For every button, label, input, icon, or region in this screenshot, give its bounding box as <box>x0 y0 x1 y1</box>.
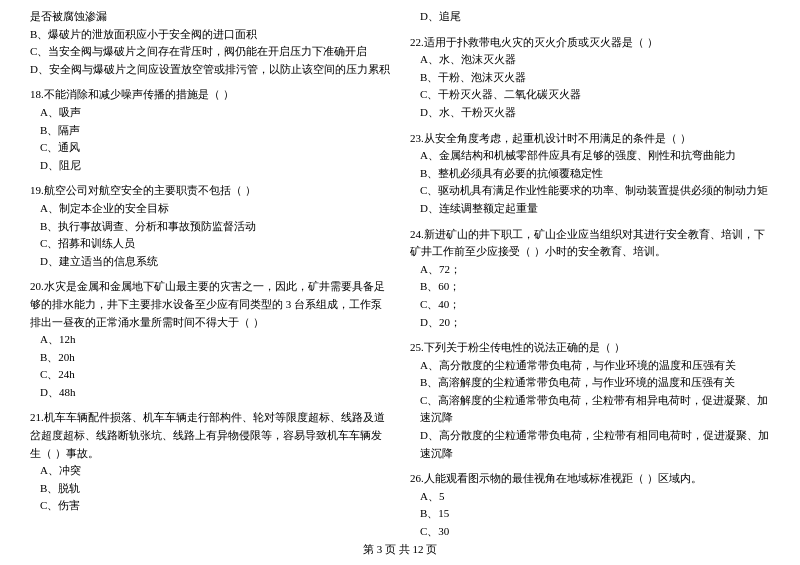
question-block: 19.航空公司对航空安全的主要职责不包括（ ）A、制定本企业的安全目标B、执行事… <box>30 182 390 270</box>
question-line: D、安全阀与爆破片之间应设置放空管或排污管，以防止该空间的压力累积 <box>30 61 390 79</box>
option-line: D、追尾 <box>410 8 770 26</box>
question-block: 20.水灾是金属和金属地下矿山最主要的灾害之一，因此，矿井需要具备足够的排水能力… <box>30 278 390 401</box>
option-text: A、高分散度的尘粒通常带负电荷，与作业环境的温度和压强有关 <box>410 357 770 375</box>
option-text: B、隔声 <box>30 122 390 140</box>
question-block: 24.新进矿山的井下职工，矿山企业应当组织对其进行安全教育、培训，下矿井工作前至… <box>410 226 770 332</box>
question-text: 25.下列关于粉尘传电性的说法正确的是（ ） <box>410 339 770 357</box>
option-text: B、15 <box>410 505 770 523</box>
option-text: A、冲突 <box>30 462 390 480</box>
option-text: A、5 <box>410 488 770 506</box>
option-text: D、高分散度的尘粒通常带负电荷，尘粒带有相同电荷时，促进凝聚、加速沉降 <box>410 427 770 462</box>
question-text: 18.不能消除和减少噪声传播的措施是（ ） <box>30 86 390 104</box>
option-text: C、干粉灭火器、二氧化碳灭火器 <box>410 86 770 104</box>
option-text: B、干粉、泡沫灭火器 <box>410 69 770 87</box>
option-text: C、招募和训练人员 <box>30 235 390 253</box>
content-area: 是否被腐蚀渗漏B、爆破片的泄放面积应小于安全阀的进口面积C、当安全阀与爆破片之间… <box>30 8 770 545</box>
option-text: A、12h <box>30 331 390 349</box>
question-line: B、爆破片的泄放面积应小于安全阀的进口面积 <box>30 26 390 44</box>
question-block: 18.不能消除和减少噪声传播的措施是（ ）A、吸声B、隔声C、通风D、阻尼 <box>30 86 390 174</box>
question-block: 23.从安全角度考虑，起重机设计时不用满足的条件是（ ）A、金属结构和机械零部件… <box>410 130 770 218</box>
question-line: 是否被腐蚀渗漏 <box>30 8 390 26</box>
option-text: D、水、干粉灭火器 <box>410 104 770 122</box>
option-text: C、24h <box>30 366 390 384</box>
question-block: 26.人能观看图示物的最佳视角在地域标准视距（ ）区域内。A、5B、15C、30 <box>410 470 770 540</box>
option-text: A、72； <box>410 261 770 279</box>
option-text: B、脱轨 <box>30 480 390 498</box>
option-text: C、通风 <box>30 139 390 157</box>
option-text: D、连续调整额定起重量 <box>410 200 770 218</box>
question-text: 19.航空公司对航空安全的主要职责不包括（ ） <box>30 182 390 200</box>
option-text: D、阻尼 <box>30 157 390 175</box>
question-block: 是否被腐蚀渗漏B、爆破片的泄放面积应小于安全阀的进口面积C、当安全阀与爆破片之间… <box>30 8 390 78</box>
option-text: A、金属结构和机械零部件应具有足够的强度、刚性和抗弯曲能力 <box>410 147 770 165</box>
option-text: D、建立适当的信息系统 <box>30 253 390 271</box>
question-line: C、当安全阀与爆破片之间存在背压时，阀仍能在开启压力下准确开启 <box>30 43 390 61</box>
option-text: B、60； <box>410 278 770 296</box>
footer-text: 第 3 页 共 12 页 <box>363 543 437 555</box>
option-text: D、48h <box>30 384 390 402</box>
option-text: D、20； <box>410 314 770 332</box>
question-text: 22.适用于扑救带电火灾的灭火介质或灭火器是（ ） <box>410 34 770 52</box>
option-text: B、高溶解度的尘粒通常带负电荷，与作业环境的温度和压强有关 <box>410 374 770 392</box>
option-text: B、整机必须具有必要的抗倾覆稳定性 <box>410 165 770 183</box>
option-text: B、20h <box>30 349 390 367</box>
footer: 第 3 页 共 12 页 <box>0 542 800 557</box>
question-block: D、追尾 <box>410 8 770 26</box>
option-text: A、水、泡沫灭火器 <box>410 51 770 69</box>
question-text: 20.水灾是金属和金属地下矿山最主要的灾害之一，因此，矿井需要具备足够的排水能力… <box>30 278 390 331</box>
option-text: C、高溶解度的尘粒通常带负电荷，尘粒带有相异电荷时，促进凝聚、加速沉降 <box>410 392 770 427</box>
question-block: 25.下列关于粉尘传电性的说法正确的是（ ）A、高分散度的尘粒通常带负电荷，与作… <box>410 339 770 462</box>
option-text: C、30 <box>410 523 770 541</box>
right-column: D、追尾22.适用于扑救带电火灾的灭火介质或灭火器是（ ）A、水、泡沫灭火器B、… <box>410 8 770 545</box>
option-text: B、执行事故调查、分析和事故预防监督活动 <box>30 218 390 236</box>
option-text: C、驱动机具有满足作业性能要求的功率、制动装置提供必须的制动力矩 <box>410 182 770 200</box>
question-text: 24.新进矿山的井下职工，矿山企业应当组织对其进行安全教育、培训，下矿井工作前至… <box>410 226 770 261</box>
question-text: 26.人能观看图示物的最佳视角在地域标准视距（ ）区域内。 <box>410 470 770 488</box>
question-block: 22.适用于扑救带电火灾的灭火介质或灭火器是（ ）A、水、泡沫灭火器B、干粉、泡… <box>410 34 770 122</box>
question-text: 23.从安全角度考虑，起重机设计时不用满足的条件是（ ） <box>410 130 770 148</box>
left-column: 是否被腐蚀渗漏B、爆破片的泄放面积应小于安全阀的进口面积C、当安全阀与爆破片之间… <box>30 8 390 545</box>
question-block: 21.机车车辆配件损落、机车车辆走行部构件、轮对等限度超标、线路及道岔超度超标、… <box>30 409 390 515</box>
option-text: A、吸声 <box>30 104 390 122</box>
page-container: 是否被腐蚀渗漏B、爆破片的泄放面积应小于安全阀的进口面积C、当安全阀与爆破片之间… <box>0 0 800 565</box>
option-text: C、伤害 <box>30 497 390 515</box>
option-text: C、40； <box>410 296 770 314</box>
question-text: 21.机车车辆配件损落、机车车辆走行部构件、轮对等限度超标、线路及道岔超度超标、… <box>30 409 390 462</box>
option-text: A、制定本企业的安全目标 <box>30 200 390 218</box>
